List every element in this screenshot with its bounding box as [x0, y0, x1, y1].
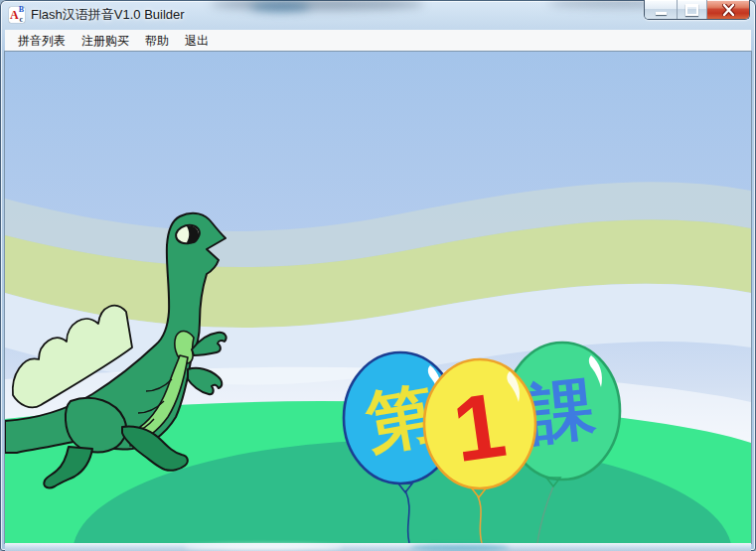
maximize-icon — [685, 4, 698, 16]
close-icon — [722, 4, 735, 16]
aero-glass-smudge — [184, 544, 343, 550]
icon-letter-b: B — [19, 5, 24, 14]
menu-item-register-purchase[interactable]: 注册购买 — [74, 30, 137, 53]
aero-glass-smudge — [211, 0, 424, 10]
balloon-label: 課 — [525, 372, 599, 452]
window-controls — [644, 0, 750, 20]
menu-item-help[interactable]: 帮助 — [137, 30, 177, 53]
app-window: A B c Flash汉语拼音V1.0 Builder 拼音列表 注册购买 帮助… — [0, 0, 756, 551]
menu-item-exit[interactable]: 退出 — [177, 30, 217, 53]
aero-glass-smudge — [410, 544, 510, 551]
minimize-button[interactable] — [645, 0, 678, 19]
icon-letter-c: c — [19, 15, 23, 24]
window-bottom-frame — [5, 543, 751, 551]
window-title: Flash汉语拼音V1.0 Builder — [31, 0, 185, 30]
icon-letter-a: A — [10, 8, 19, 23]
maximize-button[interactable] — [678, 0, 707, 19]
minimize-icon — [656, 12, 667, 15]
menu-bar: 拼音列表 注册购买 帮助 退出 — [5, 30, 751, 53]
close-button[interactable] — [707, 0, 749, 19]
aero-glass-smudge — [250, 2, 310, 12]
menu-item-pinyin-list[interactable]: 拼音列表 — [10, 30, 74, 53]
flash-stage: 第 課 1 — [5, 52, 751, 543]
abc-pinyin-icon: A B c — [9, 7, 25, 23]
scene: 第 課 1 — [5, 52, 751, 543]
title-bar[interactable]: A B c Flash汉语拼音V1.0 Builder — [0, 0, 756, 30]
